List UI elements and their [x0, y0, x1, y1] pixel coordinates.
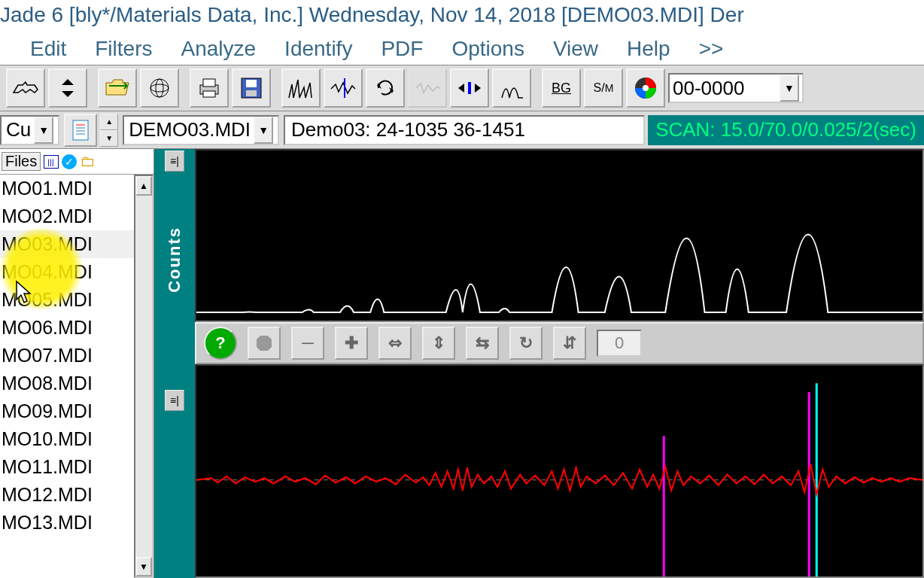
sm-button[interactable]: S/M [584, 68, 623, 108]
stretch-button[interactable] [450, 68, 489, 108]
menu-filters[interactable]: Filters [95, 37, 152, 61]
check-icon[interactable]: ✓ [62, 154, 77, 169]
plot-area: ≡| Counts ≡| ? ─ ✚ ⇔ ⇕ ⇆ ↻ ⇵ [154, 149, 924, 578]
disc-icon-button[interactable] [626, 68, 665, 108]
chart-small-icon[interactable]: ⫼ [44, 155, 59, 169]
anode-combo[interactable]: Cu ▼ [0, 115, 59, 145]
file-item[interactable]: MO11.MDI [0, 453, 134, 481]
menu-view[interactable]: View [553, 37, 598, 61]
fit-peaks-button[interactable] [492, 68, 531, 108]
tab-files[interactable]: Files [2, 152, 41, 171]
sidebar: Files ⫼ ✓ 🗀 MO01.MDIMO02.MDIMO03.MDIMO04… [0, 149, 154, 578]
chevron-down-icon[interactable]: ▼ [135, 557, 152, 576]
svg-rect-6 [203, 79, 215, 87]
menu-bar: Edit Filters Analyze Identify PDF Option… [0, 33, 924, 65]
scroll-track[interactable] [135, 196, 152, 557]
chevron-up-icon[interactable]: ▲ [100, 114, 118, 130]
file-item[interactable]: MO13.MDI [0, 509, 134, 537]
horiz-arrows-button[interactable]: ⇔ [378, 327, 412, 360]
file-list: MO01.MDIMO02.MDIMO03.MDIMO04.MDIMO05.MDI… [0, 175, 153, 578]
cycle-button[interactable]: ↻ [509, 327, 543, 360]
minus-button[interactable]: ─ [291, 327, 324, 360]
peaks-icon-button[interactable] [281, 68, 321, 108]
diffraction-curve [196, 151, 922, 321]
folder-icon[interactable]: 🗀 [80, 153, 95, 170]
chevron-down-icon[interactable]: ▼ [254, 117, 273, 144]
file-item[interactable]: MO02.MDI [0, 202, 134, 230]
upper-plot[interactable] [195, 149, 924, 322]
file-item[interactable]: MO12.MDI [0, 481, 134, 509]
main-content: Files ⫼ ✓ 🗀 MO01.MDIMO02.MDIMO03.MDIMO04… [0, 149, 924, 578]
svg-point-19 [643, 85, 649, 91]
globe-icon-button[interactable] [140, 68, 179, 108]
open-folder-button[interactable] [98, 68, 137, 108]
svg-rect-7 [203, 91, 215, 97]
menu-options[interactable]: Options [451, 37, 524, 61]
file-item[interactable]: MO03.MDI [0, 230, 134, 258]
svg-rect-10 [246, 90, 257, 96]
main-toolbar: BG S/M 00-0000 ▼ [0, 65, 924, 111]
plot-gutter: ≡| Counts ≡| [154, 149, 195, 578]
menu-more[interactable]: >> [699, 37, 724, 61]
menu-edit[interactable]: Edit [30, 37, 66, 61]
chevron-up-icon[interactable]: ▲ [135, 176, 152, 196]
svg-marker-14 [458, 84, 464, 93]
counter-display: 0 [597, 330, 642, 357]
sidebar-tabs: Files ⫼ ✓ 🗀 [0, 149, 153, 175]
menu-help[interactable]: Help [627, 37, 670, 61]
svg-point-2 [150, 79, 169, 97]
plus-button[interactable]: ✚ [335, 327, 368, 360]
notes-icon-button[interactable] [64, 114, 97, 147]
file-item[interactable]: MO06.MDI [0, 314, 134, 342]
sort-icon-button[interactable] [48, 68, 87, 108]
svg-rect-9 [246, 80, 257, 87]
file-item[interactable]: MO08.MDI [0, 370, 134, 397]
svg-marker-15 [475, 84, 481, 93]
file-list-inner: MO01.MDIMO02.MDIMO03.MDIMO04.MDIMO05.MDI… [0, 175, 134, 578]
refresh-button[interactable] [366, 68, 405, 108]
difference-curve [196, 366, 922, 576]
pdf-code-combo[interactable]: 00-0000 ▼ [668, 73, 804, 103]
file-combo[interactable]: DEMO03.MDI ▼ [123, 115, 279, 145]
file-item[interactable]: MO07.MDI [0, 342, 134, 370]
scrollbar[interactable]: ▲ ▼ [134, 175, 153, 578]
stop-button[interactable] [248, 327, 281, 360]
disabled-noise-button [408, 68, 447, 108]
lower-plot-tab[interactable]: ≡| [165, 390, 184, 411]
upper-plot-tab[interactable]: ≡| [165, 151, 184, 172]
y-axis-label: Counts [165, 227, 184, 293]
file-item[interactable]: MO01.MDI [0, 175, 134, 202]
dog-icon-button[interactable] [6, 68, 45, 108]
svg-point-3 [150, 84, 169, 92]
collapse-horiz-button[interactable]: ⇆ [466, 327, 499, 360]
save-button[interactable] [232, 68, 271, 108]
menu-analyze[interactable]: Analyze [181, 37, 256, 61]
menu-pdf[interactable]: PDF [381, 37, 423, 61]
secondary-toolbar: Cu ▼ ▲▼ DEMO03.MDI ▼ Demo03: 24-1035 36-… [0, 111, 924, 149]
file-combo-value: DEMO03.MDI [129, 118, 251, 141]
spinner-control[interactable]: ▲▼ [100, 114, 118, 147]
menu-identify[interactable]: Identify [284, 37, 352, 61]
collapse-vert-button[interactable]: ⇵ [553, 327, 586, 360]
file-item[interactable]: MO04.MDI [0, 258, 134, 286]
background-button[interactable]: BG [542, 68, 581, 108]
svg-marker-0 [62, 79, 74, 85]
vert-arrows-button[interactable]: ⇕ [422, 327, 455, 360]
title-bar: Jade 6 [bly*/Materials Data, Inc.] Wedne… [0, 0, 924, 33]
noise-marker-button[interactable] [324, 68, 363, 108]
anode-value: Cu [6, 118, 31, 141]
file-item[interactable]: MO09.MDI [0, 397, 134, 425]
chevron-down-icon[interactable]: ▼ [34, 117, 53, 144]
help-button[interactable]: ? [204, 327, 237, 360]
lower-plot[interactable] [195, 364, 924, 578]
chevron-down-icon[interactable]: ▼ [100, 130, 118, 147]
svg-rect-20 [73, 120, 88, 140]
mid-toolbar: ? ─ ✚ ⇔ ⇕ ⇆ ↻ ⇵ 0 [195, 322, 924, 364]
file-item[interactable]: MO10.MDI [0, 425, 134, 453]
chevron-down-icon[interactable]: ▼ [780, 75, 799, 102]
file-item[interactable]: MO05.MDI [0, 286, 134, 314]
svg-point-4 [156, 79, 163, 97]
description-field[interactable]: Demo03: 24-1035 36-1451 [284, 115, 645, 145]
print-button[interactable] [190, 68, 229, 108]
svg-marker-25 [257, 336, 272, 351]
